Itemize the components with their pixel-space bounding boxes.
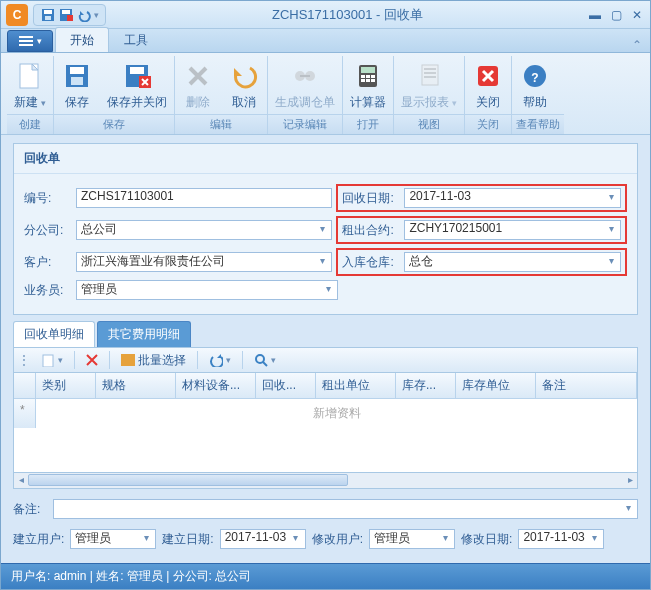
input-createdate[interactable]: 2017-11-03▾ xyxy=(220,529,306,549)
dropdown-icon[interactable]: ▾ xyxy=(604,255,618,269)
input-clerk[interactable]: 管理员▾ xyxy=(76,280,338,300)
maximize-button[interactable]: ▢ xyxy=(611,8,622,22)
panel-title: 回收单 xyxy=(14,144,637,174)
ribbon: 新建 ▾ 创建 保存 保存并关闭 保存 删除 取消 编辑 生成调仓单 记录编辑 … xyxy=(1,53,650,135)
batch-select-button[interactable]: 批量选择 xyxy=(114,350,193,370)
col-recycle[interactable]: 回收... xyxy=(256,373,316,398)
col-remark[interactable]: 备注 xyxy=(536,373,637,398)
input-branch[interactable]: 总公司▾ xyxy=(76,220,332,240)
svg-rect-29 xyxy=(424,76,436,78)
input-modifydate[interactable]: 2017-11-03▾ xyxy=(518,529,604,549)
save-icon[interactable] xyxy=(40,7,56,23)
input-date[interactable]: 2017-11-03▾ xyxy=(404,188,621,208)
status-bar: 用户名: admin | 姓名: 管理员 | 分公司: 总公司 xyxy=(1,563,650,589)
grid-new-row[interactable]: 新增资料 xyxy=(36,399,637,428)
dropdown-icon[interactable]: ▾ xyxy=(315,255,329,269)
save-close-button[interactable]: 保存并关闭 xyxy=(100,56,174,114)
svg-rect-14 xyxy=(130,67,144,74)
refresh-button[interactable]: ▾ xyxy=(202,350,238,370)
new-button[interactable]: 新建 ▾ xyxy=(7,56,53,114)
dropdown-icon[interactable]: ▾ xyxy=(604,223,618,237)
col-material[interactable]: 材料设备... xyxy=(176,373,256,398)
svg-rect-5 xyxy=(67,15,73,21)
label-date: 回收日期: xyxy=(342,190,400,207)
dropdown-icon[interactable]: ▾ xyxy=(315,223,329,237)
label-no: 编号: xyxy=(24,190,72,207)
dropdown-icon[interactable]: ▾ xyxy=(604,191,618,205)
help-button[interactable]: ?帮助 xyxy=(512,56,558,114)
label-modifyuser: 修改用户: xyxy=(312,531,363,548)
col-category[interactable]: 类别 xyxy=(36,373,96,398)
form-panel: 回收单 编号: ZCHS171103001 回收日期: 2017-11-03▾ … xyxy=(13,143,638,315)
dropdown-icon[interactable]: ▾ xyxy=(621,502,635,516)
label-modifydate: 修改日期: xyxy=(461,531,512,548)
ribbon-collapse-icon[interactable]: ⌃ xyxy=(632,38,642,52)
detail-grid[interactable]: 类别 规格 材料设备... 回收... 租出单位 库存... 库存单位 备注 *… xyxy=(13,373,638,473)
group-create: 创建 xyxy=(7,114,53,134)
gen-transfer-button[interactable]: 生成调仓单 xyxy=(268,56,342,114)
app-icon: C xyxy=(6,4,28,26)
tab-start[interactable]: 开始 xyxy=(55,27,109,52)
app-menu-button[interactable]: ▾ xyxy=(7,30,53,52)
svg-text:?: ? xyxy=(531,71,538,85)
label-createuser: 建立用户: xyxy=(13,531,64,548)
col-rentunit[interactable]: 租出单位 xyxy=(316,373,396,398)
col-spec[interactable]: 规格 xyxy=(96,373,176,398)
input-warehouse[interactable]: 总仓▾ xyxy=(404,252,621,272)
undo-icon[interactable] xyxy=(76,7,92,23)
svg-rect-2 xyxy=(45,16,51,20)
label-warehouse: 入库仓库: xyxy=(342,254,400,271)
svg-rect-6 xyxy=(19,36,33,38)
search-button[interactable]: ▾ xyxy=(247,350,283,370)
toolbar-spacer-icon: ⋮ xyxy=(18,353,30,367)
svg-rect-1 xyxy=(44,10,52,14)
group-save: 保存 xyxy=(54,114,174,134)
svg-rect-34 xyxy=(121,354,135,366)
input-createuser[interactable]: 管理员▾ xyxy=(70,529,156,549)
close-button[interactable]: 关闭 xyxy=(465,56,511,114)
delete-row-button[interactable] xyxy=(79,350,105,370)
input-no[interactable]: ZCHS171103001 xyxy=(76,188,332,208)
input-customer[interactable]: 浙江兴海置业有限责任公司▾ xyxy=(76,252,332,272)
quick-access-toolbar: ▾ xyxy=(33,4,106,26)
svg-rect-7 xyxy=(19,40,33,42)
tab-tools[interactable]: 工具 xyxy=(109,27,163,52)
close-window-button[interactable]: ✕ xyxy=(632,8,642,22)
input-contract[interactable]: ZCHY170215001▾ xyxy=(404,220,621,240)
svg-rect-21 xyxy=(366,75,370,78)
show-report-button[interactable]: 显示报表 ▾ xyxy=(394,56,464,114)
svg-rect-27 xyxy=(424,68,436,70)
cancel-button[interactable]: 取消 xyxy=(221,56,267,114)
delete-button[interactable]: 删除 xyxy=(175,56,221,114)
save-button[interactable]: 保存 xyxy=(54,56,100,114)
grid-hscrollbar[interactable]: ◂ ▸ xyxy=(13,473,638,489)
calc-button[interactable]: 计算器 xyxy=(343,56,393,114)
svg-rect-19 xyxy=(361,67,375,73)
group-view: 视图 xyxy=(394,114,464,134)
footer-fields: 建立用户: 管理员▾ 建立日期: 2017-11-03▾ 修改用户: 管理员▾ … xyxy=(13,529,638,549)
svg-point-35 xyxy=(256,355,264,363)
tab-detail-main[interactable]: 回收单明细 xyxy=(13,321,95,347)
svg-rect-8 xyxy=(19,44,33,46)
add-row-button[interactable]: ▾ xyxy=(34,350,70,370)
svg-rect-22 xyxy=(371,75,375,78)
dropdown-icon[interactable]: ▾ xyxy=(321,283,335,297)
col-stock[interactable]: 库存... xyxy=(396,373,456,398)
ribbon-tabs: ▾ 开始 工具 ⌃ xyxy=(1,29,650,53)
tab-detail-other[interactable]: 其它费用明细 xyxy=(97,321,191,347)
minimize-button[interactable]: ▬ xyxy=(589,8,601,22)
input-modifyuser[interactable]: 管理员▾ xyxy=(369,529,455,549)
scroll-right-icon[interactable]: ▸ xyxy=(623,473,637,487)
scroll-left-icon[interactable]: ◂ xyxy=(14,473,28,487)
label-createdate: 建立日期: xyxy=(162,531,213,548)
scroll-thumb[interactable] xyxy=(28,474,348,486)
svg-rect-4 xyxy=(62,10,70,14)
group-open: 打开 xyxy=(343,114,393,134)
group-edit: 编辑 xyxy=(175,114,267,134)
col-stockunit[interactable]: 库存单位 xyxy=(456,373,536,398)
input-remark[interactable]: ▾ xyxy=(53,499,638,519)
save-close-icon[interactable] xyxy=(58,7,74,23)
grid-toolbar: ⋮ ▾ 批量选择 ▾ ▾ xyxy=(13,347,638,373)
qat-dropdown-icon[interactable]: ▾ xyxy=(94,10,99,20)
detail-tabs: 回收单明细 其它费用明细 xyxy=(13,321,638,347)
